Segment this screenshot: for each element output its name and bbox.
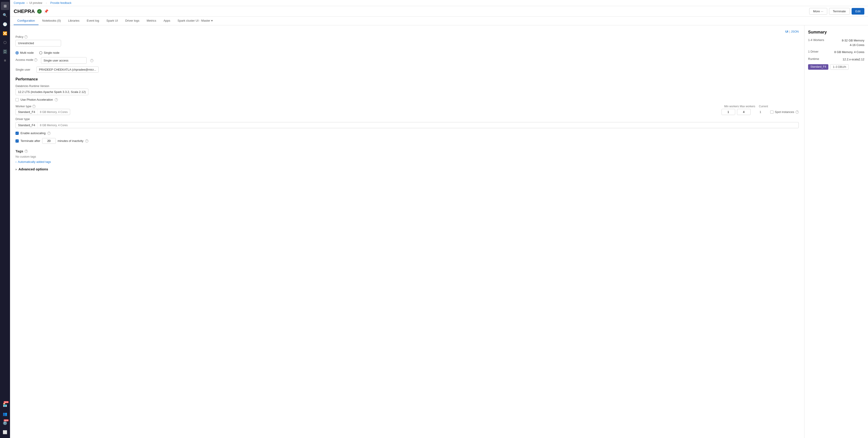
sidebar-icon-home[interactable]: ⊞	[1, 2, 9, 10]
more-button[interactable]: More ···	[809, 8, 827, 14]
tab-configuration[interactable]: Configuration	[14, 17, 38, 25]
policy-help-icon[interactable]: ?	[24, 35, 28, 38]
auto-tags-toggle[interactable]: › Automatically added tags	[16, 160, 799, 163]
tab-metrics[interactable]: Metrics	[143, 17, 160, 25]
sidebar-icon-marketplace[interactable]: 🏪 NEW	[1, 401, 9, 409]
multi-node-radio[interactable]	[16, 51, 19, 55]
tab-event-log[interactable]: Event log	[83, 17, 103, 25]
autoscaling-checkbox[interactable]: ✓	[16, 132, 19, 135]
terminate-button[interactable]: Terminate	[829, 8, 850, 14]
single-node-radio[interactable]	[39, 51, 42, 55]
tags-help-icon[interactable]: ?	[25, 150, 28, 153]
advanced-options-toggle[interactable]: › Advanced options	[16, 167, 799, 171]
policy-label: Policy ?	[16, 35, 799, 38]
tab-notebooks[interactable]: Notebooks (0)	[38, 17, 64, 25]
access-mode-row: Access mode ? Single user access ?	[16, 57, 799, 64]
driver-type-label: Driver type	[16, 117, 799, 121]
breadcrumb-sep2: ·	[46, 1, 46, 5]
worker-header: Worker type ? Min workers Max workers Cu…	[16, 104, 799, 108]
spot-row: Spot instances ?	[770, 110, 799, 114]
tab-apps[interactable]: Apps	[160, 17, 174, 25]
user-label: Single user	[16, 68, 34, 71]
page-header: CHEPRA ✓ 📌 More ··· Terminate Edit	[10, 6, 868, 17]
sidebar-icon-search[interactable]: 🔍	[1, 11, 9, 19]
single-node-label: Single node	[44, 51, 59, 55]
user-value: PRADEEP CHEEKATLA (chpradee@micr...	[36, 66, 99, 73]
header-left: CHEPRA ✓ 📌	[14, 8, 49, 14]
summary-driver-val: 8 GB Memory, 4 Cores	[834, 50, 864, 55]
content-area: UI | JSON Policy ? Unrestricted Multi no…	[10, 25, 868, 438]
driver-type-name: Standard_F4	[16, 122, 37, 128]
performance-section: Performance Databricks Runtime Version 1…	[16, 77, 799, 144]
spot-checkbox[interactable]	[770, 111, 773, 114]
max-workers-input[interactable]	[737, 109, 751, 115]
sidebar-icon-recents[interactable]: 🕐	[1, 20, 9, 28]
json-view-toggle[interactable]: JSON	[791, 30, 799, 33]
photon-label: Use Photon Acceleration	[21, 98, 53, 101]
photon-checkbox[interactable]	[16, 98, 19, 101]
terminate-help-icon[interactable]: ?	[85, 139, 88, 143]
summary-badges: Standard_F4 1–3 DBU/h	[808, 64, 864, 70]
tab-driver-logs[interactable]: Driver logs	[122, 17, 143, 25]
sidebar-icon-people[interactable]: 👥	[1, 410, 9, 418]
terminate-input[interactable]	[42, 138, 56, 144]
summary-runtime-label: Runtime	[808, 57, 819, 62]
current-workers-value: 1	[752, 110, 769, 114]
max-workers-col-header: Max workers	[740, 105, 755, 108]
summary-title: Summary	[808, 30, 864, 35]
access-mode-value-help[interactable]: ?	[90, 59, 93, 62]
more-label: More	[813, 9, 820, 13]
new-badge-2: NEW	[4, 419, 9, 421]
worker-config-row: Standard_F4 8 GB Memory, 4 Cores 1 Spot …	[16, 109, 799, 115]
sidebar-icon-compute[interactable]: ⬡	[1, 38, 9, 46]
terminate-checkbox[interactable]: ✓	[16, 139, 19, 143]
current-col-header: Current	[755, 105, 771, 108]
no-custom-tags: No custom tags	[16, 155, 799, 158]
terminate-label1: Terminate after	[21, 139, 40, 143]
summary-driver-row: 1 Driver 8 GB Memory, 4 Cores	[808, 50, 864, 55]
tab-spark-cluster[interactable]: Spark cluster UI - Master ▾	[174, 17, 216, 25]
breadcrumb-feedback[interactable]: Provide feedback	[50, 1, 71, 5]
autoscaling-help-icon[interactable]: ?	[48, 132, 51, 135]
single-node-option[interactable]: Single node	[39, 51, 59, 55]
ui-view-toggle[interactable]: UI	[785, 30, 788, 33]
spot-help-icon[interactable]: ?	[796, 111, 799, 114]
view-toggle: UI | JSON	[16, 30, 799, 33]
multi-node-label: Multi node	[20, 51, 34, 55]
sidebar-icon-workflows[interactable]: 🔀	[1, 29, 9, 37]
photon-help-icon[interactable]: ?	[55, 98, 58, 101]
cluster-name: CHEPRA	[14, 8, 35, 14]
spot-label: Spot instances	[775, 110, 794, 114]
tabs-bar: Configuration Notebooks (0) Libraries Ev…	[10, 17, 868, 25]
cluster-status-icon: ✓	[37, 9, 42, 14]
runtime-value: 12.2 LTS (includes Apache Spark 3.3.2, S…	[16, 89, 88, 95]
access-mode-value: Single user access	[41, 57, 87, 64]
worker-help-icon[interactable]: ?	[32, 105, 35, 108]
summary-workers-label: 1-4 Workers	[808, 38, 824, 47]
summary-runtime-val: 12.2.x-scala2.12	[843, 57, 864, 62]
access-mode-help-icon[interactable]: ?	[34, 58, 37, 62]
auto-tags-label: Automatically added tags	[18, 160, 51, 163]
breadcrumb-compute[interactable]: Compute	[14, 1, 25, 5]
header-right: More ··· Terminate Edit	[809, 8, 864, 14]
runtime-label: Databricks Runtime Version	[16, 85, 799, 88]
policy-value: Unrestricted	[16, 40, 61, 46]
performance-title: Performance	[16, 77, 799, 81]
summary-runtime-row: Runtime 12.2.x-scala2.12	[808, 57, 864, 62]
summary-panel: Summary 1-4 Workers 8-32 GB Memory 4-16 …	[804, 25, 868, 438]
sidebar-icon-data[interactable]: 🗄️	[1, 48, 9, 56]
tab-spark-ui[interactable]: Spark UI	[103, 17, 122, 25]
min-workers-input[interactable]	[721, 109, 735, 115]
view-toggle-sep: |	[789, 30, 790, 33]
worker-type-block: Standard_F4 8 GB Memory, 4 Cores	[16, 109, 70, 115]
terminate-row: ✓ Terminate after minutes of inactivity …	[16, 138, 799, 144]
multi-node-option[interactable]: Multi node	[16, 51, 34, 55]
sidebar-icon-list[interactable]: ≡	[1, 57, 9, 65]
policy-section: Policy ? Unrestricted	[16, 35, 799, 46]
edit-button[interactable]: Edit	[851, 8, 864, 14]
sidebar-icon-settings[interactable]: ⚙️ NEW	[1, 419, 9, 427]
pin-icon[interactable]: 📌	[44, 9, 49, 13]
topbar: Compute › UI preview · Provide feedback	[10, 0, 868, 6]
sidebar-icon-help[interactable]: ⬜	[1, 428, 9, 436]
tab-libraries[interactable]: Libraries	[64, 17, 83, 25]
